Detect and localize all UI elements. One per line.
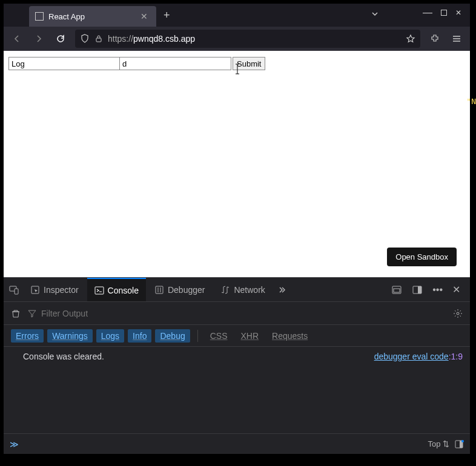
text-input-1[interactable] — [8, 57, 120, 70]
console-settings-icon[interactable] — [451, 306, 465, 321]
toggle-xhr[interactable]: XHR — [236, 329, 264, 343]
console-message: Console was cleared. — [11, 352, 104, 361]
tab-debugger-label: Debugger — [168, 285, 205, 295]
filter-output-input[interactable] — [41, 309, 446, 318]
iframe-picker-icon[interactable] — [389, 282, 405, 298]
tab-network-label: Network — [234, 285, 265, 295]
console-output: Console was cleared. debugger eval code:… — [4, 347, 470, 433]
clear-console-icon[interactable] — [8, 306, 23, 321]
window-maximize-icon[interactable] — [441, 10, 447, 16]
separator — [197, 330, 198, 342]
tab-close-icon[interactable]: ✕ — [138, 10, 150, 22]
form-row: Submit — [8, 57, 465, 70]
tab-title: React App — [48, 12, 133, 21]
url-text: https://pwnqd8.csb.app — [108, 34, 401, 44]
console-line: Console was cleared. debugger eval code:… — [11, 350, 463, 363]
svg-point-10 — [457, 312, 459, 315]
page-viewport: Submit Open Sandbox — [4, 51, 470, 277]
tab-inspector[interactable]: Inspector — [23, 278, 86, 301]
browser-tab-bar: React App ✕ + — ✕ — [4, 4, 470, 27]
svg-rect-9 — [418, 286, 421, 294]
responsive-design-icon[interactable] — [6, 282, 22, 298]
more-tabs-icon[interactable] — [274, 283, 288, 297]
shield-icon[interactable] — [80, 34, 90, 44]
tab-console[interactable]: Console — [87, 278, 146, 301]
console-filter-row — [4, 302, 470, 325]
window-minimize-icon[interactable]: — — [423, 10, 432, 15]
tab-debugger[interactable]: Debugger — [147, 278, 213, 301]
hamburger-menu-icon[interactable] — [447, 29, 466, 48]
forward-button[interactable] — [29, 29, 48, 48]
reload-button[interactable] — [51, 29, 70, 48]
new-tab-button[interactable]: + — [156, 9, 177, 22]
tabs-dropdown-icon[interactable] — [371, 10, 379, 18]
debugger-icon — [154, 285, 164, 295]
svg-rect-5 — [156, 286, 163, 294]
back-button[interactable] — [7, 29, 27, 48]
tab-inspector-label: Inspector — [44, 285, 79, 295]
dock-side-icon[interactable] — [409, 282, 425, 298]
tab-favicon-icon — [35, 12, 44, 21]
console-icon — [94, 286, 104, 295]
svg-rect-2 — [15, 289, 18, 294]
open-sandbox-button[interactable]: Open Sandbox — [387, 248, 457, 266]
devtools-tabs: Inspector Console Debugger Network — [4, 278, 470, 302]
filter-icon — [28, 309, 36, 318]
toggle-warnings[interactable]: Warnings — [47, 329, 93, 343]
window-close-icon[interactable]: ✕ — [455, 8, 461, 17]
split-console-icon[interactable] — [454, 439, 464, 449]
submit-button[interactable]: Submit — [233, 57, 265, 70]
toggle-info[interactable]: Info — [128, 329, 151, 343]
more-options-icon[interactable]: ••• — [430, 282, 445, 298]
svg-point-13 — [461, 440, 464, 442]
extensions-icon[interactable] — [425, 29, 445, 48]
close-devtools-icon[interactable]: ✕ — [450, 281, 463, 298]
lock-icon[interactable] — [94, 34, 103, 43]
svg-rect-7 — [394, 289, 400, 292]
network-icon — [220, 285, 230, 295]
console-source-link[interactable]: debugger eval code:1:9 — [374, 352, 463, 361]
tab-console-label: Console — [108, 286, 139, 295]
bookmark-icon[interactable] — [406, 34, 415, 44]
text-input-2[interactable] — [120, 57, 231, 70]
browser-tab[interactable]: React App ✕ — [29, 6, 156, 27]
url-bar[interactable]: https://pwnqd8.csb.app — [75, 30, 420, 48]
console-filter-toggles: Errors Warnings Logs Info Debug CSS XHR … — [4, 325, 470, 347]
console-prompt-icon[interactable]: ≫ — [10, 439, 19, 449]
toggle-logs[interactable]: Logs — [96, 329, 124, 343]
inspector-icon — [30, 285, 40, 295]
url-toolbar: https://pwnqd8.csb.app — [4, 27, 470, 51]
toggle-errors[interactable]: Errors — [11, 329, 44, 343]
svg-rect-0 — [96, 38, 101, 42]
toggle-debug[interactable]: Debug — [155, 329, 190, 343]
toggle-requests[interactable]: Requests — [267, 329, 312, 343]
toggle-css[interactable]: CSS — [205, 329, 233, 343]
tab-network[interactable]: Network — [213, 278, 272, 301]
window-controls: — ✕ — [418, 4, 466, 22]
console-input-row: ≫ Top ⇅ — [4, 433, 470, 454]
edge-text: "N — [466, 97, 476, 106]
devtools-panel: Inspector Console Debugger Network — [4, 277, 470, 454]
context-selector[interactable]: Top ⇅ — [428, 439, 449, 448]
